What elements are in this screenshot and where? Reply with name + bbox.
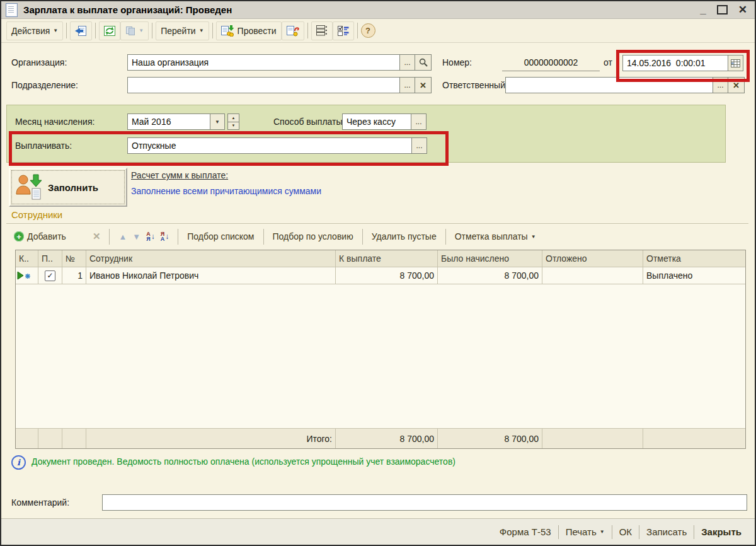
pay-out-label: Выплачивать:: [15, 137, 72, 154]
minimize-button[interactable]: _: [700, 6, 706, 15]
toolbar-separator: [178, 229, 178, 245]
actions-menu-button[interactable]: Действия ▼: [6, 21, 63, 40]
remove-empty-button[interactable]: Удалить пустые: [372, 231, 437, 241]
column-header-to-pay[interactable]: К выплате: [336, 250, 438, 267]
to-pay-cell[interactable]: 8 700,00: [336, 267, 438, 284]
clear-icon: ✕: [420, 81, 427, 90]
responsible-clear-button[interactable]: ✕: [728, 77, 745, 93]
pick-condition-button[interactable]: Подбор по условию: [273, 231, 353, 241]
payment-mark-menu-button[interactable]: Отметка выплаты ▼: [455, 231, 536, 241]
column-header-num[interactable]: №: [62, 250, 86, 267]
organization-select-button[interactable]: ...: [399, 54, 415, 71]
responsible-select-button[interactable]: ...: [713, 77, 728, 93]
print-label: Печать: [566, 526, 597, 537]
move-down-button[interactable]: ▼: [132, 232, 140, 241]
copy-button[interactable]: ▼: [120, 21, 149, 40]
spin-down-icon[interactable]: ▼: [227, 122, 239, 131]
total-empty-cell: [643, 429, 745, 448]
fill-button[interactable]: Заполнить: [9, 168, 127, 207]
save-button[interactable]: Записать: [639, 526, 694, 537]
organization-open-button[interactable]: [415, 54, 432, 71]
pay-out-select-button[interactable]: ...: [411, 137, 427, 154]
total-accrued-cell: 8 700,00: [438, 429, 542, 448]
organization-field[interactable]: Наша организация: [127, 54, 400, 71]
chevron-down-icon: ▼: [53, 28, 58, 33]
department-clear-button[interactable]: ✕: [415, 77, 432, 93]
info-icon: i: [11, 455, 26, 470]
column-header-p[interactable]: П..: [38, 250, 62, 267]
ok-button[interactable]: ОК: [612, 526, 639, 537]
search-icon: [419, 58, 428, 67]
table-empty-area[interactable]: [16, 284, 745, 429]
toolbar-separator: [357, 23, 358, 38]
chevron-down-icon: ▼: [531, 234, 536, 240]
accrual-month-spinner[interactable]: ▲ ▼: [227, 113, 239, 130]
calc-sums-link[interactable]: Расчет сумм к выплате:: [131, 170, 228, 180]
sort-descending-button[interactable]: ЯА ↓: [161, 231, 169, 241]
help-button[interactable]: ?: [361, 23, 375, 38]
maximize-button[interactable]: [717, 5, 728, 15]
employee-name-cell[interactable]: Иванов Николай Петрович: [86, 267, 336, 284]
department-field[interactable]: [127, 77, 400, 93]
row-number-cell[interactable]: 1: [62, 267, 86, 284]
pay-out-field[interactable]: Отпускные: [127, 137, 412, 154]
add-row-label: Добавить: [27, 231, 66, 241]
reread-button[interactable]: [70, 21, 92, 40]
payment-method-field[interactable]: Через кассу: [342, 113, 411, 130]
from-label: от: [604, 54, 612, 71]
window-title: Зарплата к выплате организаций: Проведен: [23, 4, 232, 15]
add-row-button[interactable]: + Добавить: [14, 231, 66, 241]
comment-field[interactable]: [102, 494, 747, 511]
move-up-button[interactable]: ▲: [118, 232, 127, 241]
accrual-month-dropdown-button[interactable]: ▼: [210, 113, 225, 130]
goto-label: Перейти: [161, 26, 195, 36]
deferred-cell[interactable]: [542, 267, 643, 284]
total-empty-cell: [16, 429, 38, 448]
settings-button[interactable]: [333, 21, 354, 40]
letter-a-icon: А: [161, 236, 165, 241]
pick-list-button[interactable]: Подбор списком: [187, 231, 254, 241]
unpost-document-icon: [287, 25, 299, 37]
form-t53-button[interactable]: Форма Т-53: [493, 526, 558, 537]
post-button[interactable]: Провести: [216, 21, 282, 40]
delete-row-button[interactable]: ✕: [93, 231, 101, 242]
spin-up-icon[interactable]: ▲: [227, 113, 239, 122]
column-header-accrued[interactable]: Было начислено: [438, 250, 542, 267]
date-field[interactable]: 14.05.2016 0:00:01: [622, 55, 728, 71]
total-label-cell: Итого:: [86, 429, 336, 448]
column-header-mark[interactable]: Отметка: [643, 250, 745, 267]
actions-label: Действия: [11, 26, 50, 36]
add-icon: +: [14, 231, 24, 241]
unpost-button[interactable]: [282, 21, 304, 40]
sort-ascending-button[interactable]: АЯ ↓: [146, 231, 155, 241]
toolbar-separator: [95, 23, 96, 38]
responsible-field[interactable]: [505, 77, 713, 93]
pay-checkbox-cell: ✓: [38, 267, 62, 284]
document-movements-button[interactable]: [311, 21, 333, 40]
column-header-deferred[interactable]: Отложено: [542, 250, 643, 267]
column-header-employee[interactable]: Сотрудник: [86, 250, 336, 267]
goto-menu-button[interactable]: Перейти ▼: [156, 21, 209, 40]
print-menu-button[interactable]: Печать ▼: [559, 526, 612, 537]
close-window-button[interactable]: Закрыть: [694, 526, 748, 537]
accrued-cell[interactable]: 8 700,00: [438, 267, 542, 284]
pay-checkbox[interactable]: ✓: [45, 270, 55, 281]
accrual-month-field[interactable]: Май 2016: [127, 113, 210, 130]
close-button[interactable]: ✕: [738, 6, 747, 15]
table-row[interactable]: ✓ 1 Иванов Николай Петрович 8 700,00 8 7…: [16, 267, 745, 284]
date-calendar-button[interactable]: [728, 55, 743, 71]
refresh-button[interactable]: [99, 21, 120, 40]
toolbar-separator: [263, 229, 264, 245]
calendar-icon: [731, 59, 740, 67]
column-header-k[interactable]: К..: [16, 250, 38, 267]
toolbar-separator: [152, 23, 152, 38]
document-icon: [6, 3, 18, 17]
mark-cell[interactable]: Выплачено: [643, 267, 745, 284]
payment-method-select-button[interactable]: ...: [411, 113, 427, 130]
fill-person-icon: [15, 173, 43, 201]
department-select-button[interactable]: ...: [399, 77, 415, 93]
fill-all-sums-link[interactable]: Заполнение всеми причитающимися суммами: [131, 186, 321, 196]
chevron-down-icon: ▼: [600, 529, 605, 535]
number-value: 00000000002: [502, 54, 600, 71]
letter-ya-icon: Я: [146, 236, 151, 241]
